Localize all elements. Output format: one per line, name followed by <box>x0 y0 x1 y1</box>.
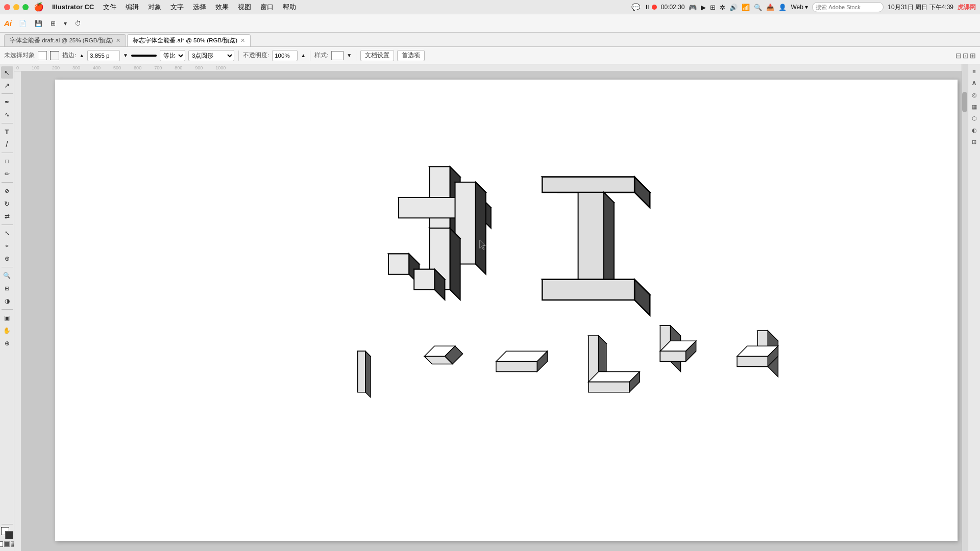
no-selection-label: 未选择对象 <box>4 52 35 59</box>
tool-sep-3 <box>2 153 13 153</box>
style-dropdown-icon[interactable]: ▼ <box>347 53 352 58</box>
stroke-down-icon[interactable]: ▼ <box>123 53 128 58</box>
maximize-button[interactable] <box>22 4 29 10</box>
color-pair[interactable] <box>1 527 13 539</box>
tab-logo-close[interactable]: ✕ <box>240 37 245 44</box>
app-logo: Ai <box>4 19 12 28</box>
scroll-thumb[interactable] <box>962 92 967 112</box>
tool-direct-select[interactable]: ↗ <box>1 79 13 91</box>
align-icon-2[interactable]: ⊡ <box>963 52 969 60</box>
panel-tab-symbols[interactable]: ⬡ <box>969 113 979 123</box>
menu-app-name[interactable]: Illustrator CC <box>48 2 98 12</box>
apple-menu[interactable]: 🍎 <box>34 2 44 12</box>
tool-hand[interactable]: ✋ <box>1 324 13 337</box>
stroke-style-select[interactable]: 等比 <box>160 50 185 61</box>
tool-sep-6 <box>2 267 13 267</box>
tool-curvature[interactable]: ∿ <box>1 109 13 121</box>
opacity-input[interactable] <box>272 50 298 61</box>
fill-swatch[interactable] <box>38 51 47 60</box>
tool-type[interactable]: T <box>1 126 13 138</box>
tab-logo-label: 标志字体全能番.ai* @ 50% (RGB/预览) <box>133 37 237 44</box>
tool-erase[interactable]: ⊘ <box>1 185 13 197</box>
game-center-icon[interactable]: 🎮 <box>689 4 697 11</box>
tool-pen[interactable]: ✒ <box>1 96 13 108</box>
menu-edit[interactable]: 编辑 <box>121 2 143 13</box>
panel-tab-1[interactable]: ≡ <box>969 66 979 77</box>
gradient-fill-box[interactable] <box>11 541 14 547</box>
minimize-button[interactable] <box>13 4 19 10</box>
menu-select[interactable]: 选择 <box>189 2 210 13</box>
tool-zoom[interactable]: ⊕ <box>1 337 13 349</box>
stroke-up-icon[interactable]: ▲ <box>79 53 84 58</box>
menu-effects[interactable]: 效果 <box>211 2 233 13</box>
new-doc-button[interactable]: 📄 <box>16 17 30 30</box>
bluetooth-icon[interactable]: ✲ <box>720 4 725 11</box>
wifi-icon[interactable]: 📶 <box>742 4 750 11</box>
panel-tab-appearance[interactable]: ◎ <box>969 90 979 100</box>
panel-tab-properties[interactable]: A <box>969 78 979 88</box>
menu-window[interactable]: 窗口 <box>256 2 278 13</box>
close-button[interactable] <box>4 4 10 10</box>
small-element-4 <box>589 336 640 392</box>
svg-marker-19 <box>634 177 650 208</box>
align-icon-3[interactable]: ⊞ <box>970 52 976 60</box>
tool-pencil[interactable]: ✏ <box>1 168 13 180</box>
vertical-scrollbar[interactable] <box>962 64 968 551</box>
user-icon[interactable]: 👤 <box>778 4 787 11</box>
align-icon-1[interactable]: ⊟ <box>955 52 962 60</box>
menu-text[interactable]: 文字 <box>166 2 188 13</box>
panel-tab-grid[interactable]: ⊞ <box>969 137 979 147</box>
tool-blend[interactable]: ⊕ <box>1 253 13 265</box>
canvas-document[interactable] <box>55 80 958 541</box>
wechat-icon[interactable]: 💬 <box>631 3 640 11</box>
style-swatch[interactable] <box>331 51 344 60</box>
layout-icon: ⊞ <box>51 20 56 27</box>
stroke-value-input[interactable] <box>87 50 120 61</box>
pause-icon[interactable]: ⏸ <box>644 4 650 11</box>
tool-rotate[interactable]: ↻ <box>1 197 13 210</box>
timer-icon: ⏱ <box>75 20 81 27</box>
tab-logo[interactable]: 标志字体全能番.ai* @ 50% (RGB/预览) ✕ <box>127 34 251 46</box>
preferences-button[interactable]: 首选项 <box>397 50 425 61</box>
tool-artboard[interactable]: ▣ <box>1 312 13 324</box>
tab-draft-close[interactable]: ✕ <box>116 37 120 44</box>
tool-gradient[interactable]: ◑ <box>1 295 13 307</box>
opacity-up-icon[interactable]: ▲ <box>301 53 306 58</box>
doc-settings-button[interactable]: 文档设置 <box>360 50 394 61</box>
tool-sep-2 <box>2 123 13 123</box>
save-button[interactable]: 💾 <box>32 17 45 30</box>
tool-mirror[interactable]: ⇄ <box>1 210 13 222</box>
tool-select[interactable]: ↖ <box>1 66 13 79</box>
layout-button[interactable]: ⊞ <box>47 17 59 30</box>
no-fill-box[interactable] <box>0 541 3 547</box>
tool-eyedrop[interactable]: 🔍 <box>1 269 13 282</box>
volume-icon[interactable]: 🔊 <box>729 4 738 11</box>
app-toolbar: Ai 📄 💾 ⊞ ▾ ⏱ <box>0 14 980 33</box>
small-element-5 <box>660 325 696 371</box>
tool-rect[interactable]: □ <box>1 155 13 167</box>
tool-reshape[interactable]: ⌖ <box>1 240 13 252</box>
timer-button[interactable]: ⏱ <box>72 17 84 30</box>
notification-icon[interactable]: 📥 <box>766 4 774 11</box>
panel-tab-swatches[interactable]: ▦ <box>969 102 979 112</box>
small-element-6 <box>737 331 778 377</box>
layout-toggle[interactable]: ▾ <box>61 17 70 30</box>
tool-scale[interactable]: ⤡ <box>1 227 13 239</box>
menu-help[interactable]: 帮助 <box>279 2 300 13</box>
canvas-area[interactable]: 0 100 200 300 400 500 600 700 800 900 10… <box>14 64 968 551</box>
menu-view[interactable]: 视图 <box>234 2 255 13</box>
grid-icon[interactable]: ⊞ <box>710 4 716 11</box>
background-color[interactable] <box>5 531 13 539</box>
search-icon[interactable]: 🔍 <box>754 4 762 11</box>
solid-fill-box[interactable] <box>4 541 10 547</box>
menu-file[interactable]: 文件 <box>99 2 120 13</box>
tab-draft[interactable]: 字体全能番 draft.ai @ 25% (RGB/预览) ✕ <box>4 34 126 46</box>
stroke-type-select[interactable]: 3点圆形 <box>188 50 234 61</box>
tool-line[interactable]: / <box>1 138 13 151</box>
panel-tab-gradient[interactable]: ◐ <box>969 125 979 135</box>
menu-object[interactable]: 对象 <box>144 2 165 13</box>
play-icon[interactable]: ▶ <box>701 4 706 11</box>
stroke-color-swatch[interactable] <box>50 51 59 60</box>
search-input[interactable] <box>812 2 884 12</box>
tool-mesh[interactable]: ⊞ <box>1 282 13 294</box>
